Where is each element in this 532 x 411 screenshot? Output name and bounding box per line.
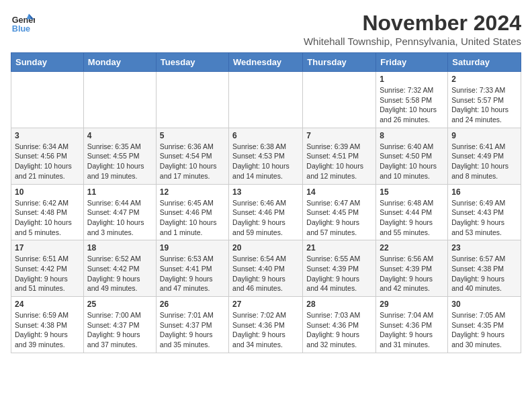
day-info: Sunrise: 6:41 AM Sunset: 4:49 PM Dayligh… (451, 142, 517, 181)
header: General Blue November 2024 Whitehall Tow… (11, 11, 521, 47)
day-number: 29 (380, 300, 444, 309)
day-number: 15 (380, 187, 444, 197)
day-info: Sunrise: 7:32 AM Sunset: 5:58 PM Dayligh… (380, 85, 444, 125)
day-number: 3 (15, 131, 80, 140)
calendar-cell: 14Sunrise: 6:47 AM Sunset: 4:45 PM Dayli… (303, 184, 376, 240)
calendar-cell: 3Sunrise: 6:34 AM Sunset: 4:56 PM Daylig… (11, 128, 84, 184)
calendar-cell: 27Sunrise: 7:02 AM Sunset: 4:36 PM Dayli… (229, 297, 303, 353)
calendar-cell: 13Sunrise: 6:46 AM Sunset: 4:46 PM Dayli… (229, 184, 303, 240)
day-info: Sunrise: 6:55 AM Sunset: 4:39 PM Dayligh… (306, 254, 372, 293)
calendar-cell: 1Sunrise: 7:32 AM Sunset: 5:58 PM Daylig… (376, 72, 448, 128)
day-info: Sunrise: 6:38 AM Sunset: 4:53 PM Dayligh… (232, 142, 299, 181)
calendar-cell: 25Sunrise: 7:00 AM Sunset: 4:37 PM Dayli… (83, 297, 156, 353)
calendar-cell (229, 72, 303, 128)
calendar-header-saturday: Saturday (448, 53, 521, 72)
calendar-cell: 28Sunrise: 7:03 AM Sunset: 4:36 PM Dayli… (303, 297, 376, 353)
calendar-cell: 11Sunrise: 6:44 AM Sunset: 4:47 PM Dayli… (83, 184, 156, 240)
calendar-cell: 5Sunrise: 6:36 AM Sunset: 4:54 PM Daylig… (156, 128, 228, 184)
day-number: 28 (306, 300, 372, 309)
calendar-week-1: 1Sunrise: 7:32 AM Sunset: 5:58 PM Daylig… (11, 72, 521, 128)
calendar-header-thursday: Thursday (303, 53, 376, 72)
day-number: 14 (306, 187, 372, 197)
day-info: Sunrise: 6:44 AM Sunset: 4:47 PM Dayligh… (87, 198, 152, 238)
day-info: Sunrise: 6:35 AM Sunset: 4:55 PM Dayligh… (87, 142, 152, 181)
calendar-cell: 18Sunrise: 6:52 AM Sunset: 4:42 PM Dayli… (83, 240, 156, 297)
day-number: 10 (15, 187, 80, 197)
day-number: 18 (87, 243, 152, 253)
calendar-cell: 22Sunrise: 6:56 AM Sunset: 4:39 PM Dayli… (376, 240, 448, 297)
calendar-header-monday: Monday (83, 53, 156, 72)
calendar-week-3: 10Sunrise: 6:42 AM Sunset: 4:48 PM Dayli… (11, 184, 521, 240)
day-number: 27 (232, 300, 299, 309)
calendar-header-row: SundayMondayTuesdayWednesdayThursdayFrid… (11, 53, 521, 72)
day-number: 2 (451, 75, 517, 84)
day-number: 7 (306, 131, 372, 140)
day-number: 22 (380, 243, 444, 253)
day-info: Sunrise: 6:46 AM Sunset: 4:46 PM Dayligh… (232, 198, 299, 238)
day-info: Sunrise: 6:47 AM Sunset: 4:45 PM Dayligh… (306, 198, 372, 238)
title-area: November 2024 Whitehall Township, Pennsy… (304, 11, 521, 47)
day-info: Sunrise: 6:53 AM Sunset: 4:41 PM Dayligh… (160, 254, 225, 293)
calendar-cell: 19Sunrise: 6:53 AM Sunset: 4:41 PM Dayli… (156, 240, 228, 297)
day-info: Sunrise: 6:51 AM Sunset: 4:42 PM Dayligh… (15, 254, 80, 293)
calendar-cell: 12Sunrise: 6:45 AM Sunset: 4:46 PM Dayli… (156, 184, 228, 240)
day-info: Sunrise: 7:02 AM Sunset: 4:36 PM Dayligh… (232, 310, 299, 350)
calendar-cell (156, 72, 228, 128)
calendar-header-sunday: Sunday (11, 53, 84, 72)
calendar-cell: 8Sunrise: 6:40 AM Sunset: 4:50 PM Daylig… (376, 128, 448, 184)
day-number: 12 (160, 187, 225, 197)
day-info: Sunrise: 6:54 AM Sunset: 4:40 PM Dayligh… (232, 254, 299, 293)
calendar-cell: 16Sunrise: 6:49 AM Sunset: 4:43 PM Dayli… (448, 184, 521, 240)
day-info: Sunrise: 7:33 AM Sunset: 5:57 PM Dayligh… (451, 85, 517, 125)
day-number: 13 (232, 187, 299, 197)
calendar-cell (303, 72, 376, 128)
calendar-cell: 15Sunrise: 6:48 AM Sunset: 4:44 PM Dayli… (376, 184, 448, 240)
month-title: November 2024 (304, 11, 521, 36)
calendar-cell: 2Sunrise: 7:33 AM Sunset: 5:57 PM Daylig… (448, 72, 521, 128)
calendar-cell: 9Sunrise: 6:41 AM Sunset: 4:49 PM Daylig… (448, 128, 521, 184)
calendar-cell: 21Sunrise: 6:55 AM Sunset: 4:39 PM Dayli… (303, 240, 376, 297)
day-info: Sunrise: 6:48 AM Sunset: 4:44 PM Dayligh… (380, 198, 444, 238)
day-number: 1 (380, 75, 444, 84)
day-number: 19 (160, 243, 225, 253)
calendar-header-tuesday: Tuesday (156, 53, 228, 72)
calendar-cell: 23Sunrise: 6:57 AM Sunset: 4:38 PM Dayli… (448, 240, 521, 297)
calendar-week-2: 3Sunrise: 6:34 AM Sunset: 4:56 PM Daylig… (11, 128, 521, 184)
logo-icon: General Blue (11, 11, 35, 35)
calendar-week-4: 17Sunrise: 6:51 AM Sunset: 4:42 PM Dayli… (11, 240, 521, 297)
calendar-table: SundayMondayTuesdayWednesdayThursdayFrid… (11, 52, 521, 353)
calendar-cell: 24Sunrise: 6:59 AM Sunset: 4:38 PM Dayli… (11, 297, 84, 353)
day-number: 30 (451, 300, 517, 309)
day-number: 21 (306, 243, 372, 253)
calendar-cell: 7Sunrise: 6:39 AM Sunset: 4:51 PM Daylig… (303, 128, 376, 184)
calendar-cell: 20Sunrise: 6:54 AM Sunset: 4:40 PM Dayli… (229, 240, 303, 297)
calendar-cell: 30Sunrise: 7:05 AM Sunset: 4:35 PM Dayli… (448, 297, 521, 353)
day-number: 5 (160, 131, 225, 140)
day-number: 16 (451, 187, 517, 197)
calendar-header-friday: Friday (376, 53, 448, 72)
day-info: Sunrise: 7:00 AM Sunset: 4:37 PM Dayligh… (87, 310, 152, 350)
day-number: 11 (87, 187, 152, 197)
day-number: 24 (15, 300, 80, 309)
day-info: Sunrise: 7:04 AM Sunset: 4:36 PM Dayligh… (380, 310, 444, 350)
day-number: 25 (87, 300, 152, 309)
day-info: Sunrise: 6:40 AM Sunset: 4:50 PM Dayligh… (380, 142, 444, 181)
svg-text:Blue: Blue (12, 24, 30, 34)
day-info: Sunrise: 6:39 AM Sunset: 4:51 PM Dayligh… (306, 142, 372, 181)
logo: General Blue (11, 11, 35, 35)
calendar-cell: 4Sunrise: 6:35 AM Sunset: 4:55 PM Daylig… (83, 128, 156, 184)
day-info: Sunrise: 7:05 AM Sunset: 4:35 PM Dayligh… (451, 310, 517, 350)
day-number: 17 (15, 243, 80, 253)
day-info: Sunrise: 6:56 AM Sunset: 4:39 PM Dayligh… (380, 254, 444, 293)
day-number: 20 (232, 243, 299, 253)
day-number: 4 (87, 131, 152, 140)
day-number: 26 (160, 300, 225, 309)
calendar-cell: 17Sunrise: 6:51 AM Sunset: 4:42 PM Dayli… (11, 240, 84, 297)
day-info: Sunrise: 7:01 AM Sunset: 4:37 PM Dayligh… (160, 310, 225, 350)
day-info: Sunrise: 6:45 AM Sunset: 4:46 PM Dayligh… (160, 198, 225, 238)
day-info: Sunrise: 6:59 AM Sunset: 4:38 PM Dayligh… (15, 310, 80, 350)
location-title: Whitehall Township, Pennsylvania, United… (304, 36, 521, 47)
day-info: Sunrise: 6:36 AM Sunset: 4:54 PM Dayligh… (160, 142, 225, 181)
day-number: 6 (232, 131, 299, 140)
day-info: Sunrise: 7:03 AM Sunset: 4:36 PM Dayligh… (306, 310, 372, 350)
